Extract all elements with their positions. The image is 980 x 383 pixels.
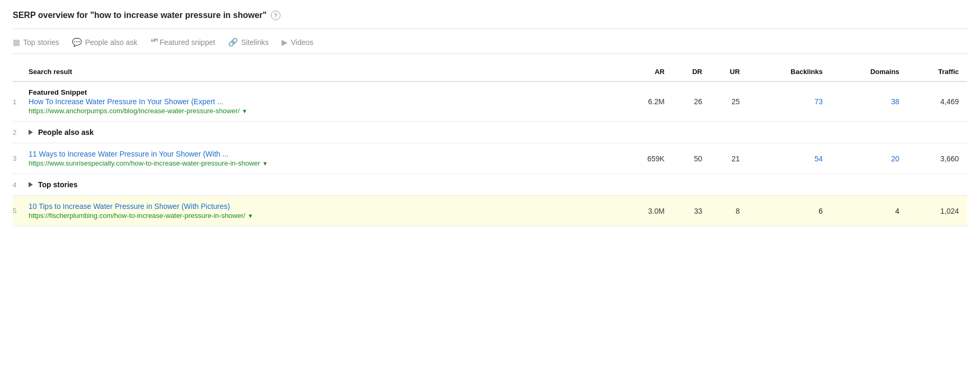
results-table: Search result AR DR UR Backlinks Domains… [13, 63, 967, 226]
sitelinks-icon: 🔗 [228, 38, 238, 47]
col-header-search-result: Search result [29, 63, 620, 81]
feature-bar: ▦ Top stories 💬 People also ask ❝❞ Featu… [13, 37, 967, 54]
result-title-block: 11 Ways to Increase Water Pressure in Yo… [29, 150, 615, 167]
feature-top-stories-label: Top stories [23, 38, 59, 47]
result-cell: 11 Ways to Increase Water Pressure in Yo… [29, 143, 620, 174]
domains-cell: 20 [831, 143, 908, 174]
result-cell: 10 Tips to Increase Water Pressure in Sh… [29, 196, 620, 226]
row-num: 1 [13, 81, 29, 122]
url-dropdown-arrow-icon[interactable]: ▼ [248, 213, 253, 219]
col-header-ar: AR [620, 63, 673, 81]
people-also-ask-icon: 💬 [72, 38, 82, 47]
top-stories-icon: ▦ [13, 38, 20, 47]
table-row: 5 10 Tips to Increase Water Pressure in … [13, 196, 967, 226]
backlinks-value: 6 [819, 207, 823, 215]
feature-videos[interactable]: ▶ Videos [282, 38, 314, 47]
expand-triangle-icon[interactable] [29, 182, 33, 187]
row-num: 5 [13, 196, 29, 226]
backlinks-cell: 6 [748, 196, 831, 226]
domains-value: 4 [895, 207, 900, 215]
table-row: 1 Featured Snippet How To Increase Water… [13, 81, 967, 122]
feature-people-also-ask-label: People also ask [85, 38, 138, 47]
row-num: 3 [13, 143, 29, 174]
domains-link[interactable]: 38 [891, 97, 900, 106]
url-dropdown-arrow-icon[interactable]: ▼ [262, 160, 268, 167]
traffic-value: 4,469 [908, 81, 967, 122]
col-header-traffic: Traffic [908, 63, 967, 81]
section-label: People also ask [29, 128, 962, 136]
result-badge-label: Featured Snippet [29, 88, 615, 96]
result-url: https://www.sunrisespecialty.com/how-to-… [29, 159, 615, 167]
col-header-ur: UR [711, 63, 748, 81]
domains-cell: 38 [831, 81, 908, 122]
table-header-row: Search result AR DR UR Backlinks Domains… [13, 63, 967, 81]
feature-sitelinks[interactable]: 🔗 Sitelinks [228, 38, 269, 47]
section-label-cell: People also ask [29, 122, 967, 143]
page-title: SERP overview for "how to increase water… [13, 11, 967, 20]
traffic-value: 1,024 [908, 196, 967, 226]
feature-people-also-ask[interactable]: 💬 People also ask [72, 38, 138, 47]
table-row: 3 11 Ways to Increase Water Pressure in … [13, 143, 967, 174]
result-link[interactable]: 11 Ways to Increase Water Pressure in Yo… [29, 150, 615, 158]
result-cell: Featured Snippet How To Increase Water P… [29, 81, 620, 122]
section-label: Top stories [29, 180, 962, 189]
feature-videos-label: Videos [291, 38, 314, 47]
help-icon[interactable]: ? [271, 11, 280, 20]
result-link[interactable]: 10 Tips to Increase Water Pressure in Sh… [29, 202, 615, 211]
row-num: 4 [13, 174, 29, 196]
row-num: 2 [13, 122, 29, 143]
result-title-block: Featured Snippet How To Increase Water P… [29, 88, 615, 115]
backlinks-cell: 54 [748, 143, 831, 174]
ur-value: 21 [711, 143, 748, 174]
dr-value: 33 [673, 196, 711, 226]
col-header-dr: DR [673, 63, 711, 81]
feature-sitelinks-label: Sitelinks [241, 38, 269, 47]
section-label-cell: Top stories [29, 174, 967, 196]
dr-value: 26 [673, 81, 711, 122]
ur-value: 25 [711, 81, 748, 122]
featured-snippet-icon: ❝❞ [150, 37, 157, 48]
result-url: https://www.anchorpumps.com/blog/increas… [29, 107, 615, 115]
ar-value: 3.0M [620, 196, 673, 226]
ar-value: 659K [620, 143, 673, 174]
videos-icon: ▶ [282, 38, 288, 47]
ur-value: 8 [711, 196, 748, 226]
feature-featured-snippet[interactable]: ❝❞ Featured snippet [150, 37, 215, 48]
domains-cell: 4 [831, 196, 908, 226]
col-header-domains: Domains [831, 63, 908, 81]
domains-link[interactable]: 20 [891, 154, 900, 163]
result-link[interactable]: How To Increase Water Pressure In Your S… [29, 97, 615, 106]
result-title-block: 10 Tips to Increase Water Pressure in Sh… [29, 202, 615, 220]
traffic-value: 3,660 [908, 143, 967, 174]
col-header-num [13, 63, 29, 81]
col-header-backlinks: Backlinks [748, 63, 831, 81]
table-row: 2 People also ask [13, 122, 967, 143]
title-divider [13, 29, 967, 29]
dr-value: 50 [673, 143, 711, 174]
feature-featured-snippet-label: Featured snippet [160, 38, 215, 47]
feature-top-stories[interactable]: ▦ Top stories [13, 38, 59, 47]
page-title-text: SERP overview for "how to increase water… [13, 11, 267, 20]
backlinks-cell: 73 [748, 81, 831, 122]
backlinks-link[interactable]: 73 [814, 97, 823, 106]
ar-value: 6.2M [620, 81, 673, 122]
backlinks-link[interactable]: 54 [814, 154, 823, 163]
url-dropdown-arrow-icon[interactable]: ▼ [242, 108, 248, 114]
table-row: 4 Top stories [13, 174, 967, 196]
result-url: https://fischerplumbing.com/how-to-incre… [29, 212, 615, 220]
expand-triangle-icon[interactable] [29, 130, 33, 135]
